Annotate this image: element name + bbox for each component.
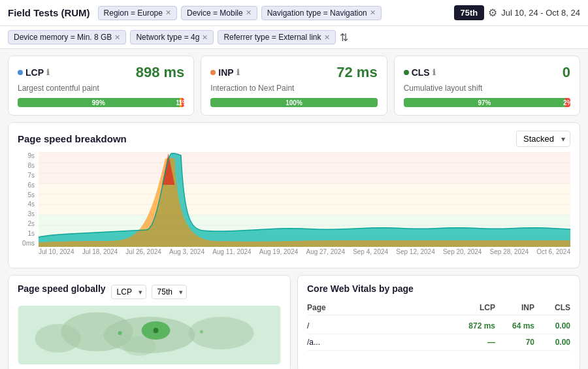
page-cell-0: / <box>307 321 449 330</box>
metrics-row: LCP ℹ 898 ms Largest contentful paint 99… <box>0 49 588 122</box>
filter-tag-device[interactable]: Device = Mobile ✕ <box>181 6 257 20</box>
filter-tune-icon[interactable]: ⇅ <box>340 31 348 44</box>
cls-info-icon[interactable]: ℹ <box>433 68 436 77</box>
inp-cell-0: 64 ms <box>495 321 534 330</box>
cls-label: Cumulative layout shift <box>404 84 570 93</box>
map-svg <box>18 306 281 364</box>
close-icon-region[interactable]: ✕ <box>165 8 171 17</box>
lcp-progress: 99% 1% 1% <box>18 98 184 107</box>
inp-value: 72 ms <box>336 64 377 81</box>
filter-tag-nettype[interactable]: Network type = 4g ✕ <box>130 30 214 44</box>
svg-point-16 <box>189 317 254 349</box>
chart-title: Page speed breakdown <box>18 133 127 144</box>
filter-tag-region[interactable]: Region = Europe ✕ <box>98 6 177 20</box>
cls-cell-1: 0.00 <box>534 338 570 347</box>
close-icon-navtype[interactable]: ✕ <box>370 8 376 17</box>
bottom-left-title: Page speed globally <box>18 283 106 294</box>
lcp-cell-0: 872 ms <box>449 321 495 330</box>
lcp-cell-1: — <box>449 338 495 347</box>
chart-area: 9s 8s 7s 6s 5s 4s 3s 2s 1s 0ms <box>18 152 570 260</box>
lcp-value: 898 ms <box>136 64 185 81</box>
close-icon-nettype[interactable]: ✕ <box>202 33 208 42</box>
svg-point-17 <box>35 324 81 353</box>
chart-plot <box>39 152 570 247</box>
filter-tag-navtype[interactable]: Navigation type = Navigation ✕ <box>261 6 382 20</box>
cls-seg-good: 97% <box>404 98 566 107</box>
metric-card-lcp: LCP ℹ 898 ms Largest contentful paint 99… <box>8 56 194 116</box>
filter-label-device: Device = Mobile <box>187 8 243 18</box>
metric-name-cls: CLS ℹ <box>404 67 436 78</box>
metric-select[interactable]: LCP INP CLS <box>111 285 146 299</box>
col-header-cls: CLS <box>534 303 570 312</box>
cls-cell-0: 0.00 <box>534 321 570 330</box>
table-row: / 872 ms 64 ms 0.00 <box>307 318 570 334</box>
filter-label-nettype: Network type = 4g <box>136 33 199 42</box>
metric-card-inp: INP ℹ 72 ms Interaction to Next Paint 10… <box>201 56 387 116</box>
date-range: Jul 10, 24 - Oct 8, 24 <box>501 8 580 18</box>
percentile-badge[interactable]: 75th <box>454 5 485 20</box>
svg-point-20 <box>154 328 159 333</box>
close-icon-device[interactable]: ✕ <box>246 8 252 17</box>
svg-rect-1 <box>39 184 570 215</box>
page-title: Field Tests (RUM) <box>8 7 90 18</box>
cls-dot <box>404 70 409 75</box>
chart-section: Page speed breakdown Stacked Line 9s 8s … <box>8 122 580 268</box>
lcp-info-icon[interactable]: ℹ <box>46 68 50 77</box>
table-header: Page LCP INP CLS <box>307 300 570 315</box>
percentile-select[interactable]: 75th 90th 95th 99th <box>152 285 187 299</box>
metric-name-inp: INP ℹ <box>210 67 239 78</box>
col-header-lcp: LCP <box>449 303 495 312</box>
table-row: /a... — 70 0.00 <box>307 334 570 351</box>
cls-seg-poor: 2% <box>565 98 570 107</box>
svg-point-22 <box>200 330 203 334</box>
col-header-page: Page <box>307 303 449 312</box>
inp-cell-1: 70 <box>495 338 534 347</box>
filter-label-reftype: Referrer type = External link <box>223 33 321 42</box>
percentile-select-wrap[interactable]: 75th 90th 95th 99th <box>152 285 187 299</box>
chart-view-select[interactable]: Stacked Line <box>516 131 570 147</box>
filter-tag-devmem[interactable]: Device memory = Min. 8 GB ✕ <box>8 30 126 44</box>
core-web-vitals-card: Core Web Vitals by page Page LCP INP CLS… <box>297 275 580 369</box>
chart-header: Page speed breakdown Stacked Line <box>18 131 570 147</box>
top-bar: Field Tests (RUM) Region = Europe ✕ Devi… <box>0 0 588 26</box>
metric-card-cls: CLS ℹ 0 Cumulative layout shift 97% 2% <box>394 56 580 116</box>
metric-name-lcp: LCP ℹ <box>18 67 50 78</box>
lcp-seg-good: 99% <box>18 98 180 107</box>
page-speed-globally-card: Page speed globally LCP INP CLS 75th 90t… <box>8 275 291 369</box>
inp-info-icon[interactable]: ℹ <box>237 68 240 77</box>
cls-progress: 97% 2% <box>404 98 570 107</box>
inp-seg-good: 100% <box>210 98 377 107</box>
filter-label-navtype: Navigation type = Navigation <box>267 8 367 18</box>
cls-value: 0 <box>563 64 570 81</box>
filter-label-region: Region = Europe <box>104 8 163 18</box>
col-header-inp: INP <box>495 303 534 312</box>
close-icon-devmem[interactable]: ✕ <box>114 33 120 42</box>
cwv-title: Core Web Vitals by page <box>307 283 570 294</box>
lcp-label: Largest contentful paint <box>18 84 184 93</box>
page-cell-1: /a... <box>307 338 449 347</box>
lcp-dot <box>18 70 23 75</box>
chart-view-select-wrap[interactable]: Stacked Line <box>516 131 570 147</box>
lcp-seg-poor: 1% <box>182 98 184 107</box>
svg-rect-0 <box>39 152 570 184</box>
filter-bar: Device memory = Min. 8 GB ✕ Network type… <box>0 26 588 49</box>
svg-point-21 <box>118 331 122 335</box>
chart-svg <box>39 152 570 247</box>
inp-dot <box>210 70 216 75</box>
metric-select-wrap[interactable]: LCP INP CLS <box>111 285 146 299</box>
filter-tag-reftype[interactable]: Referrer type = External link ✕ <box>218 30 335 44</box>
chart-x-labels: Jul 10, 2024 Jul 18, 2024 Jul 26, 2024 A… <box>39 248 570 260</box>
bottom-row: Page speed globally LCP INP CLS 75th 90t… <box>0 268 588 369</box>
chart-y-labels: 9s 8s 7s 6s 5s 4s 3s 2s 1s 0ms <box>18 152 37 247</box>
bottom-left-header: Page speed globally LCP INP CLS 75th 90t… <box>18 283 281 300</box>
svg-point-18 <box>123 336 156 356</box>
inp-label: Interaction to Next Paint <box>210 84 377 93</box>
close-icon-reftype[interactable]: ✕ <box>324 33 330 42</box>
filter-label-devmem: Device memory = Min. 8 GB <box>14 33 112 42</box>
inp-progress: 100% <box>210 98 377 107</box>
tune-icon[interactable]: ⚙ <box>488 7 497 19</box>
map-placeholder <box>18 306 281 364</box>
